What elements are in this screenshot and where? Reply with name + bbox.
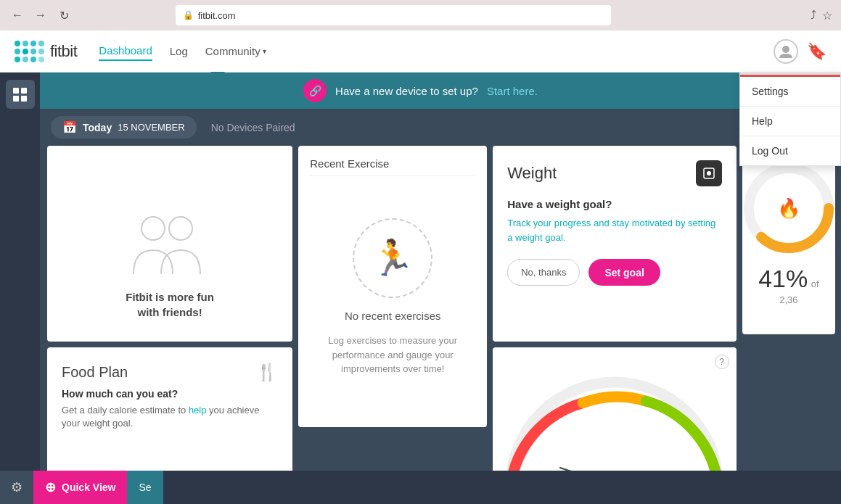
bottom-bar: ⚙ ⊕ Quick View Se — [0, 471, 841, 504]
ring-card: 🔥 41% of 2,36 — [742, 146, 835, 334]
no-devices-text: No Devices Paired — [211, 122, 295, 133]
settings-button[interactable]: ⚙ — [0, 471, 33, 504]
food-desc: Get a daily calorie estimate to help you… — [62, 404, 278, 430]
weight-icon-button[interactable] — [696, 160, 722, 186]
exercise-card: Recent Exercise 🏃 No recent exercises Lo… — [298, 146, 487, 427]
notification-banner: 🔗 Have a new device to set up? Start her… — [0, 73, 841, 109]
dropdown-logout[interactable]: Log Out — [740, 136, 840, 165]
date-pill: 📅 Today 15 NOVEMBER — [51, 116, 197, 139]
dropdown-menu: Settings Help Log Out — [739, 73, 841, 166]
friends-text: Fitbit is more fun with friends! — [126, 289, 214, 320]
card-col-3: Weight Have a weight goal? Track your pr… — [493, 146, 736, 504]
svg-point-2 — [169, 217, 192, 240]
community-arrow-icon: ▾ — [263, 47, 266, 55]
fitbit-app: fitbit Dashboard Log Community ▾ 🔖 🔗 — [0, 30, 841, 504]
set-goal-button[interactable]: Set goal — [588, 259, 660, 286]
browser-actions: ⤴ ☆ — [811, 9, 832, 22]
nav-log[interactable]: Log — [170, 42, 188, 60]
exercise-illustration: 🏃 No recent exercises Log exercises to m… — [310, 185, 475, 410]
friends-card: Fitbit is more fun with friends! — [47, 146, 292, 342]
avatar[interactable] — [774, 39, 798, 64]
food-plan-title: Food Plan — [62, 364, 128, 381]
weight-title: Weight — [507, 164, 557, 183]
date-bar: 📅 Today 15 NOVEMBER No Devices Paired — [0, 109, 841, 146]
quick-view-button[interactable]: ⊕ Quick View — [33, 471, 127, 504]
browser-chrome: ← → ↻ 🔒 fitbit.com ⤴ ☆ — [0, 0, 841, 30]
dashboard-triangle — [210, 72, 225, 79]
dashboard-row: Fitbit is more fun with friends! Food Pl… — [0, 146, 841, 504]
runner-icon: 🏃 — [371, 238, 414, 278]
weight-subtitle: Have a weight goal? — [507, 198, 721, 210]
dropdown-settings[interactable]: Settings — [740, 75, 840, 107]
runner-circle: 🏃 — [353, 218, 432, 298]
svg-point-1 — [141, 217, 165, 240]
svg-point-4 — [707, 171, 711, 175]
dropdown-help[interactable]: Help — [740, 107, 840, 136]
friends-avatars — [123, 212, 217, 278]
calendar-icon: 📅 — [62, 120, 77, 134]
exercise-title: Recent Exercise — [310, 157, 475, 176]
grid-icon — [13, 88, 27, 102]
refresh-button[interactable]: ↻ — [55, 7, 73, 24]
fitbit-nav: Dashboard Log Community ▾ — [99, 41, 266, 61]
nav-dashboard[interactable]: Dashboard — [99, 41, 152, 61]
quick-view-icon: ⊕ — [45, 479, 56, 495]
logo-dots — [15, 41, 44, 62]
share-button[interactable]: ⤴ — [811, 9, 816, 22]
sidebar — [0, 73, 40, 504]
svg-point-0 — [782, 46, 789, 53]
no-exercise-text: No recent exercises — [345, 310, 441, 322]
calorie-ring: 🔥 — [742, 157, 835, 259]
lock-icon: 🔒 — [183, 10, 194, 20]
ring-percent: 41% — [758, 265, 808, 292]
back-button[interactable]: ← — [9, 7, 26, 24]
banner-text: Have a new device to set up? — [335, 85, 478, 97]
header-right: 🔖 — [774, 39, 826, 64]
banner-link[interactable]: Start here. — [487, 85, 538, 97]
fitbit-header: fitbit Dashboard Log Community ▾ 🔖 — [0, 30, 841, 73]
exercise-desc: Log exercises to measure your performanc… — [320, 334, 465, 376]
card-col-1: Fitbit is more fun with friends! Food Pl… — [47, 146, 292, 504]
today-label: Today — [83, 122, 112, 133]
sidebar-grid-icon[interactable] — [6, 80, 35, 109]
cutlery-icon: 🍴 — [256, 362, 278, 382]
flame-icon: 🔥 — [777, 197, 800, 219]
ring-stats: 41% of 2,36 — [754, 265, 824, 306]
logo-text: fitbit — [50, 42, 77, 61]
device-setup-icon: 🔗 — [303, 79, 327, 102]
weight-desc: Track your progress and stay motivated b… — [507, 216, 721, 244]
forward-button[interactable]: → — [32, 7, 49, 24]
bookmark-button[interactable]: ☆ — [822, 9, 832, 22]
se-button[interactable]: Se — [127, 471, 163, 504]
weight-card: Weight Have a weight goal? Track your pr… — [493, 146, 736, 342]
main-content: 📅 Today 15 NOVEMBER No Devices Paired — [0, 109, 841, 504]
fitbit-logo: fitbit — [15, 41, 77, 62]
weight-buttons: No, thanks Set goal — [507, 259, 721, 286]
gauge-help-icon[interactable]: ? — [715, 355, 729, 369]
url-text: fitbit.com — [198, 10, 236, 21]
food-subtitle: How much can you eat? — [62, 388, 278, 400]
bookmark-icon[interactable]: 🔖 — [807, 42, 826, 61]
nav-community[interactable]: Community ▾ — [205, 42, 266, 60]
address-bar[interactable]: 🔒 fitbit.com — [176, 5, 611, 25]
date-text: 15 NOVEMBER — [118, 122, 184, 133]
food-link[interactable]: help — [189, 405, 207, 416]
no-thanks-button[interactable]: No, thanks — [507, 259, 580, 286]
